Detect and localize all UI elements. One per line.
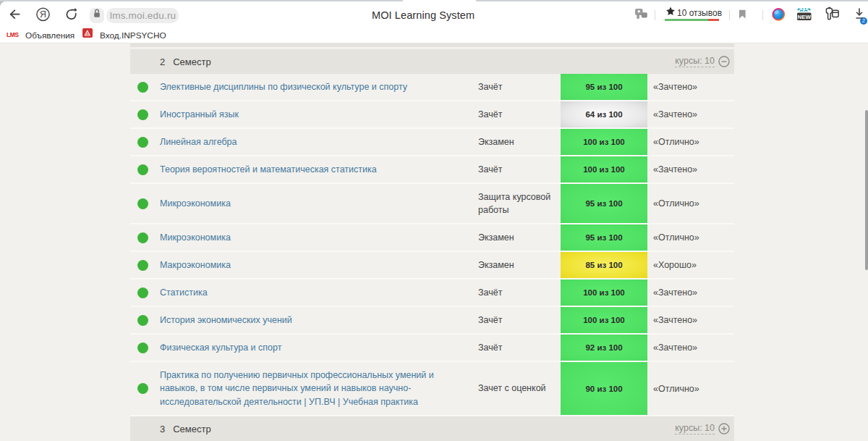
- svg-text:NEW: NEW: [798, 14, 812, 20]
- svg-text:Я: Я: [40, 9, 46, 20]
